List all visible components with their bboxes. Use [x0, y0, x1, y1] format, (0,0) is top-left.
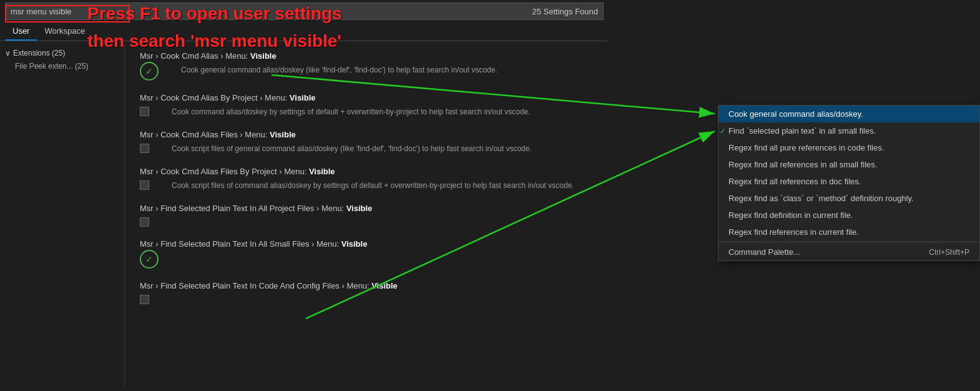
dropdown-menu: Cook general command alias/doskey. ✓ Fin… — [718, 105, 980, 261]
setting-prefix-5: Msr › Find Selected Plain Text In All Pr… — [140, 204, 346, 213]
checkbox-7[interactable] — [140, 295, 149, 304]
sidebar-sub-filepeek[interactable]: File Peek exten... (25) — [0, 60, 124, 72]
setting-bold-1: Visible — [250, 51, 277, 61]
checkbox-5[interactable] — [140, 217, 149, 227]
setting-row-1: ✓ Cook general command alias/doskey (lik… — [140, 64, 594, 81]
checkbox-6[interactable]: ✓ — [140, 250, 159, 269]
dropdown-item-text-palette: Command Palette... — [728, 247, 800, 257]
dropdown-item-5[interactable]: Regex find all references in doc files. — [718, 173, 979, 190]
dropdown-item-8[interactable]: Regex find references in current file. — [718, 224, 979, 240]
dropdown-item-2[interactable]: ✓ Find `selected plain text` in all smal… — [718, 122, 979, 139]
chevron-down-icon: ∨ — [5, 49, 11, 57]
search-bar: 25 Settings Found — [5, 2, 604, 20]
setting-prefix-4: Msr › Cook Cmd Alias Files By Project › … — [140, 167, 309, 176]
dropdown-separator — [718, 242, 979, 242]
dropdown-item-text-5: Regex find all references in doc files. — [728, 177, 861, 186]
setting-prefix-1: Msr › Cook Cmd Alias › Menu: — [140, 51, 250, 61]
setting-bold-6: Visible — [341, 239, 368, 249]
dropdown-item-text-7: Regex find definition in current file. — [728, 210, 853, 220]
dropdown-item-4[interactable]: Regex find all references in all small f… — [718, 156, 979, 173]
dropdown-item-3[interactable]: Regex find all pure references in code f… — [718, 139, 979, 156]
setting-prefix-7: Msr › Find Selected Plain Text In Code A… — [140, 281, 371, 290]
tabs-bar: User Workspace — [0, 22, 609, 41]
sidebar-group-label: Extensions (25) — [13, 49, 65, 57]
dropdown-item-6[interactable]: Regex find as `class` or `method` defini… — [718, 190, 979, 207]
setting-item-4: Msr › Cook Cmd Alias Files By Project › … — [140, 167, 594, 191]
setting-desc-2: Cook command alias/doskey by settings of… — [172, 106, 531, 117]
setting-item-2: Msr › Cook Cmd Alias By Project › Menu: … — [140, 93, 594, 117]
dropdown-item-text-4: Regex find all references in all small f… — [728, 160, 877, 169]
dropdown-checkmark-2: ✓ — [720, 127, 726, 136]
setting-title-4: Msr › Cook Cmd Alias Files By Project › … — [140, 167, 594, 176]
content-area: ∨ Extensions (25) File Peek exten... (25… — [0, 41, 609, 389]
setting-row-4: Cook script files of command alias/doske… — [140, 180, 594, 191]
setting-title-2: Msr › Cook Cmd Alias By Project › Menu: … — [140, 93, 594, 102]
setting-row-6: ✓ — [140, 252, 594, 269]
setting-desc-4: Cook script files of command alias/doske… — [172, 180, 574, 191]
tab-workspace[interactable]: Workspace — [37, 22, 92, 41]
setting-bold-5: Visible — [346, 204, 373, 213]
setting-row-3: Cook script files of general command ali… — [140, 143, 594, 154]
setting-item-5: Msr › Find Selected Plain Text In All Pr… — [140, 204, 594, 227]
setting-item-3: Msr › Cook Cmd Alias Files › Menu: Visib… — [140, 130, 594, 154]
dropdown-item-text-2: Find `selected plain text` in all small … — [728, 126, 876, 136]
setting-row-7 — [140, 294, 594, 304]
dropdown-item-text-3: Regex find all pure references in code f… — [728, 143, 884, 152]
sidebar: ∨ Extensions (25) File Peek exten... (25… — [0, 41, 125, 389]
settings-count: 25 Settings Found — [532, 7, 598, 16]
setting-title-1: Msr › Cook Cmd Alias › Menu: Visible — [140, 51, 594, 61]
dropdown-item-text-8: Regex find references in current file. — [728, 227, 859, 237]
setting-prefix-6: Msr › Find Selected Plain Text In All Sm… — [140, 239, 341, 249]
setting-title-6: Msr › Find Selected Plain Text In All Sm… — [140, 239, 594, 249]
setting-prefix-2: Msr › Cook Cmd Alias By Project › Menu: — [140, 93, 290, 102]
setting-desc-1: Cook general command alias/doskey (like … — [181, 64, 497, 76]
setting-bold-4: Visible — [309, 167, 335, 176]
dropdown-item-7[interactable]: Regex find definition in current file. — [718, 207, 979, 224]
setting-bold-3: Visible — [270, 130, 296, 139]
dropdown-item-palette[interactable]: Command Palette... Ctrl+Shift+P — [718, 244, 979, 260]
settings-panel: 25 Settings Found User Workspace ∨ Exten… — [0, 0, 609, 391]
checkbox-2[interactable] — [140, 107, 149, 116]
setting-item-7: Msr › Find Selected Plain Text In Code A… — [140, 281, 594, 304]
main-settings-content: Msr › Cook Cmd Alias › Menu: Visible ✓ C… — [125, 41, 609, 389]
setting-title-7: Msr › Find Selected Plain Text In Code A… — [140, 281, 594, 290]
sidebar-group-extensions[interactable]: ∨ Extensions (25) — [0, 46, 124, 60]
dropdown-shortcut-palette: Ctrl+Shift+P — [929, 248, 969, 257]
tab-user[interactable]: User — [5, 22, 37, 41]
setting-title-5: Msr › Find Selected Plain Text In All Pr… — [140, 204, 594, 213]
checkbox-4[interactable] — [140, 181, 149, 190]
dropdown-item-text-6: Regex find as `class` or `method` defini… — [728, 194, 914, 203]
setting-bold-2: Visible — [290, 93, 316, 102]
setting-title-3: Msr › Cook Cmd Alias Files › Menu: Visib… — [140, 130, 594, 139]
setting-bold-7: Visible — [371, 281, 398, 290]
setting-prefix-3: Msr › Cook Cmd Alias Files › Menu: — [140, 130, 270, 139]
search-input[interactable] — [11, 7, 532, 16]
setting-desc-3: Cook script files of general command ali… — [172, 143, 532, 154]
dropdown-item-text-1: Cook general command alias/doskey. — [728, 109, 863, 119]
setting-item-6: Msr › Find Selected Plain Text In All Sm… — [140, 239, 594, 269]
checkbox-3[interactable] — [140, 144, 149, 153]
setting-item-1: Msr › Cook Cmd Alias › Menu: Visible ✓ C… — [140, 51, 594, 81]
dropdown-item-1[interactable]: Cook general command alias/doskey. — [718, 106, 979, 122]
setting-row-5 — [140, 217, 594, 227]
setting-row-2: Cook command alias/doskey by settings of… — [140, 106, 594, 117]
checkbox-1[interactable]: ✓ — [140, 62, 159, 81]
